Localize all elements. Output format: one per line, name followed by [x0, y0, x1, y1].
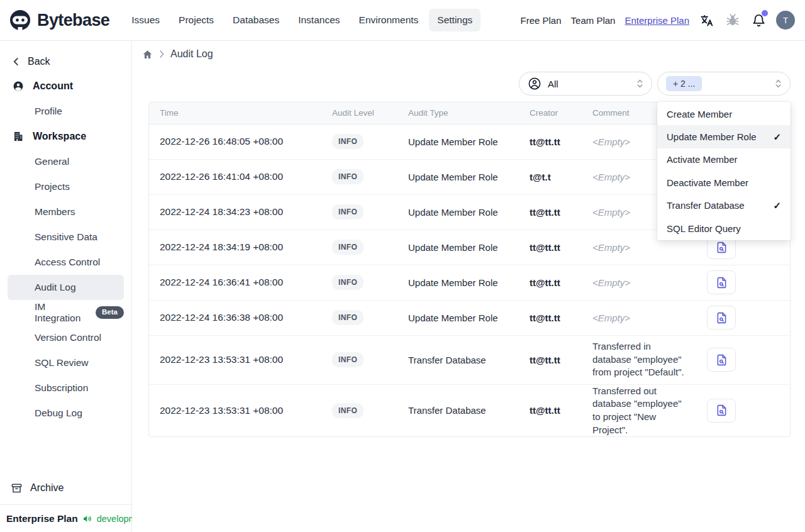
cell-audit-type: Update Member Role	[397, 194, 519, 230]
cell-time: 2022-12-23 13:53:31 +08:00	[149, 335, 321, 384]
bytebase-logo[interactable]: Bytebase	[9, 9, 109, 31]
menu-item-deactivate-member[interactable]: Deactivate Member	[657, 171, 791, 194]
header-audit-type: Audit Type	[397, 103, 519, 124]
sidebar-section-workspace: Workspace	[8, 124, 124, 149]
chevron-left-icon	[12, 57, 20, 67]
sidebar-item-sensitive-data[interactable]: Sensitive Data	[8, 224, 124, 250]
sidebar-item-projects[interactable]: Projects	[8, 174, 124, 199]
menu-item-transfer-database[interactable]: Transfer Database ✓	[657, 194, 791, 217]
user-avatar[interactable]: T	[776, 11, 795, 30]
home-icon[interactable]	[142, 49, 153, 60]
profile-label: Profile	[35, 106, 62, 117]
sql-review-label: SQL Review	[35, 357, 89, 369]
cell-time: 2022-12-23 13:53:31 +08:00	[149, 384, 321, 436]
cell-creator: tt@tt.tt	[519, 335, 582, 384]
menu-item-update-member-role[interactable]: Update Member Role ✓	[657, 125, 791, 148]
view-payload-button[interactable]	[707, 306, 736, 330]
sidebar-item-sql-review[interactable]: SQL Review	[8, 350, 124, 375]
account-icon	[13, 80, 24, 92]
cell-time: 2022-12-24 16:36:38 +08:00	[149, 300, 321, 335]
top-navbar: Bytebase Issues Projects Databases Insta…	[0, 0, 805, 41]
sidebar-item-audit-log[interactable]: Audit Log	[8, 275, 124, 300]
menu-item-label: Deactivate Member	[667, 177, 748, 188]
nav-issues[interactable]: Issues	[123, 9, 168, 31]
version-control-label: Version Control	[35, 332, 101, 343]
sidebar-scroll: Back Account Profile	[0, 41, 131, 426]
navbar-right: Free Plan Team Plan Enterprise Plan	[521, 11, 795, 30]
header-audit-level: Audit Level	[321, 103, 397, 124]
cell-time: 2022-12-24 18:34:23 +08:00	[149, 194, 321, 230]
menu-item-sql-editor-query[interactable]: SQL Editor Query	[657, 217, 791, 240]
sidebar-item-archive[interactable]: Archive	[8, 475, 124, 501]
enterprise-plan-link[interactable]: Enterprise Plan	[625, 15, 689, 26]
menu-item-create-member[interactable]: Create Member	[657, 103, 791, 125]
beta-badge: Beta	[96, 306, 124, 319]
audit-level-badge: INFO	[332, 134, 364, 149]
audit-type-filter-tag: + 2 ...	[666, 76, 702, 91]
table-row: 2022-12-23 13:53:31 +08:00 INFO Transfer…	[149, 335, 791, 384]
back-button[interactable]: Back	[8, 50, 124, 74]
general-label: General	[35, 156, 69, 167]
brand-name: Bytebase	[37, 11, 109, 30]
sidebar-section-account: Account	[8, 74, 124, 99]
sidebar-item-subscription[interactable]: Subscription	[8, 375, 124, 401]
view-payload-button[interactable]	[707, 270, 736, 294]
archive-label: Archive	[30, 482, 64, 494]
cell-comment: Transferred out database "employee" to p…	[582, 384, 696, 436]
cell-time: 2022-12-24 18:34:19 +08:00	[149, 230, 321, 265]
select-chevrons-icon	[775, 78, 782, 89]
notifications-bell-icon[interactable]	[750, 12, 767, 28]
nav-databases[interactable]: Databases	[225, 9, 287, 31]
team-plan-link[interactable]: Team Plan	[571, 15, 616, 26]
cell-audit-type: Transfer Database	[397, 335, 519, 384]
sidebar-item-access-control[interactable]: Access Control	[8, 250, 124, 275]
menu-item-label: Update Member Role	[667, 131, 757, 142]
nav-environments[interactable]: Environments	[351, 9, 427, 31]
creator-filter-select[interactable]: All	[519, 72, 652, 96]
sidebar-item-general[interactable]: General	[8, 149, 124, 174]
view-payload-button[interactable]	[707, 399, 736, 423]
sidebar-item-profile[interactable]: Profile	[8, 99, 124, 124]
menu-item-label: Create Member	[667, 109, 732, 119]
free-plan-link[interactable]: Free Plan	[521, 15, 562, 26]
menu-item-activate-member[interactable]: Activate Member	[657, 148, 791, 171]
cell-audit-type: Update Member Role	[397, 230, 519, 265]
settings-sidebar: Back Account Profile	[0, 41, 132, 532]
bug-report-icon[interactable]	[724, 12, 741, 28]
menu-item-label: Transfer Database	[667, 200, 745, 211]
chevron-right-icon	[158, 50, 165, 58]
cell-creator: tt@tt.tt	[519, 384, 582, 436]
subscription-label: Subscription	[35, 382, 88, 394]
cell-creator: tt@tt.tt	[519, 124, 582, 159]
account-section-label: Account	[33, 80, 73, 92]
audit-level-badge: INFO	[332, 204, 364, 219]
sidebar-item-version-control[interactable]: Version Control	[8, 325, 124, 350]
audit-type-filter-select[interactable]: + 2 ...	[657, 72, 791, 96]
notification-dot	[762, 10, 768, 16]
access-control-label: Access Control	[35, 257, 100, 268]
sidebar-item-members[interactable]: Members	[8, 199, 124, 224]
audit-type-menu: Create Member Update Member Role ✓ Activ…	[657, 102, 791, 240]
sidebar-item-im-integration[interactable]: IM Integration Beta	[8, 300, 124, 325]
audit-log-label: Audit Log	[35, 282, 76, 293]
nav-settings[interactable]: Settings	[429, 9, 480, 31]
cell-audit-type: Update Member Role	[397, 265, 519, 300]
sidebar-item-debug-log[interactable]: Debug Log	[8, 401, 124, 426]
audit-level-badge: INFO	[332, 240, 364, 255]
cell-creator: tt@tt.tt	[519, 230, 582, 265]
translate-icon[interactable]	[699, 12, 715, 28]
breadcrumb-current: Audit Log	[170, 48, 213, 60]
workspace-section-label: Workspace	[33, 131, 86, 142]
user-circle-icon	[528, 77, 541, 91]
nav-projects[interactable]: Projects	[170, 9, 222, 31]
view-payload-button[interactable]	[707, 348, 736, 372]
select-chevrons-icon	[636, 78, 643, 89]
main-nav: Issues Projects Databases Instances Envi…	[123, 9, 480, 31]
cell-comment: <Empty>	[582, 265, 696, 300]
cell-audit-type: Update Member Role	[397, 300, 519, 335]
cell-creator: t@t.t	[519, 159, 582, 194]
nav-instances[interactable]: Instances	[290, 9, 348, 31]
bytebase-logo-icon	[9, 9, 31, 31]
table-row: 2022-12-24 16:36:38 +08:00 INFO Update M…	[149, 300, 791, 335]
check-icon: ✓	[773, 200, 781, 211]
